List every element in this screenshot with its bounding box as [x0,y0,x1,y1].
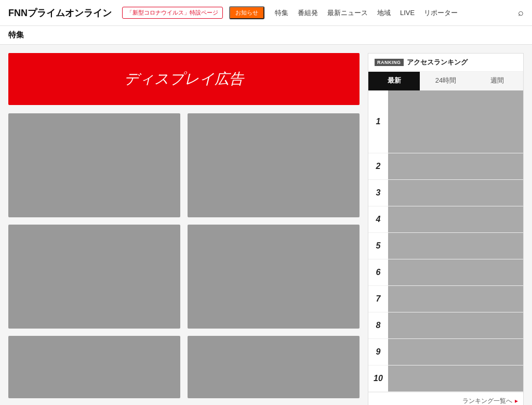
main-layout: ディスプレイ広告 RANKING アクセスランキング 最新 24時間 週間 [0,45,532,405]
rank-num-9: 9 [368,339,388,365]
article-card-6[interactable] [188,336,360,398]
ranking-item-6[interactable]: 6 [368,259,523,286]
article-card-5[interactable] [8,336,180,398]
sidebar: RANKING アクセスランキング 最新 24時間 週間 1 2 3 [368,53,524,405]
ranking-item-9[interactable]: 9 [368,339,523,365]
notice-badge-button[interactable]: お知らせ [229,6,264,19]
nav-item-programs[interactable]: 番組発 [298,8,318,18]
nav-item-latest-news[interactable]: 最新ニュース [327,8,368,18]
ranking-list: 1 2 3 4 5 [368,90,523,392]
logo: FNNプライムオンライン [8,7,112,19]
header: FNNプライムオンライン 「新型コロナウイルス」特設ページ お知らせ 特集 番組… [0,0,532,26]
rank-thumb-5 [388,233,523,259]
rank-num-10: 10 [368,365,388,391]
ranking-item-10[interactable]: 10 [368,365,523,392]
ranking-item-5[interactable]: 5 [368,233,523,259]
rank-thumb-10 [388,365,523,391]
nav-item-features[interactable]: 特集 [275,8,288,18]
chevron-right-icon: ▸ [515,397,518,404]
rank-num-3: 3 [368,180,388,206]
nav-item-live[interactable]: LIVE [400,9,415,17]
tab-latest[interactable]: 最新 [368,72,420,90]
article-card-4[interactable] [188,225,360,329]
main-content: ディスプレイ広告 [8,53,360,405]
rank-thumb-3 [388,180,523,206]
rank-thumb-4 [388,206,523,232]
ranking-item-2[interactable]: 2 [368,153,523,180]
article-card-1[interactable] [8,113,180,217]
section-title: 特集 [8,30,24,39]
ranking-item-1[interactable]: 1 [368,90,523,153]
article-grid [8,113,360,329]
rank-thumb-1 [388,90,523,153]
ranking-item-7[interactable]: 7 [368,286,523,312]
tab-weekly[interactable]: 週間 [472,72,523,90]
partial-article-grid [8,336,360,398]
ranking-header: RANKING アクセスランキング [368,54,523,72]
ranking-label: RANKING [375,59,404,66]
rank-num-6: 6 [368,259,388,285]
covid-badge-button[interactable]: 「新型コロナウイルス」特設ページ [122,7,223,19]
ranking-item-4[interactable]: 4 [368,206,523,233]
ranking-tabs: 最新 24時間 週間 [368,72,523,90]
rank-thumb-6 [388,259,523,285]
main-ad-text: ディスプレイ広告 [124,69,244,89]
rank-thumb-9 [388,339,523,365]
main-ad-banner[interactable]: ディスプレイ広告 [8,53,360,105]
rank-num-4: 4 [368,206,388,232]
rank-num-8: 8 [368,312,388,338]
article-card-3[interactable] [8,225,180,329]
tab-24h[interactable]: 24時間 [420,72,471,90]
rank-num-7: 7 [368,286,388,312]
search-icon[interactable]: ⌕ [518,7,524,18]
ranking-item-3[interactable]: 3 [368,180,523,206]
ranking-title: アクセスランキング [407,58,468,67]
nav-item-reporter[interactable]: リポーター [424,8,458,18]
nav-item-region[interactable]: 地域 [377,8,391,18]
rank-thumb-2 [388,153,523,179]
rank-thumb-8 [388,312,523,338]
ranking-box: RANKING アクセスランキング 最新 24時間 週間 1 2 3 [368,53,524,405]
rank-num-5: 5 [368,233,388,259]
rank-num-1: 1 [368,90,388,153]
rank-num-2: 2 [368,153,388,179]
article-card-2[interactable] [188,113,360,217]
sub-header: 特集 [0,26,532,45]
ranking-footer-link[interactable]: ランキング一覧へ ▸ [368,392,523,405]
main-nav: 特集 番組発 最新ニュース 地域 LIVE リポーター [275,8,512,18]
rank-thumb-7 [388,286,523,312]
ranking-item-8[interactable]: 8 [368,312,523,339]
